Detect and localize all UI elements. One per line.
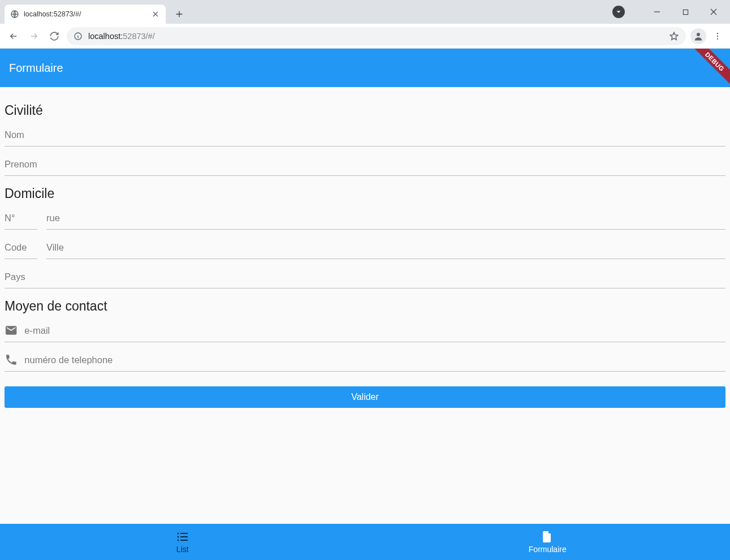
maximize-button[interactable]	[672, 3, 698, 20]
field-code[interactable]	[5, 235, 37, 259]
reload-button[interactable]	[46, 28, 62, 44]
arrow-left-icon	[8, 31, 19, 41]
field-ville[interactable]	[46, 235, 725, 259]
numero-input[interactable]	[5, 208, 37, 227]
section-civilite-title: Civilité	[5, 103, 725, 118]
kebab-icon	[713, 32, 722, 41]
svg-point-9	[177, 540, 179, 541]
close-icon	[710, 8, 717, 15]
app-title: Formulaire	[9, 62, 63, 75]
back-button[interactable]	[6, 28, 21, 44]
email-input[interactable]	[24, 321, 725, 339]
rue-input[interactable]	[46, 208, 725, 227]
chevron-down-icon	[616, 9, 621, 15]
nav-label-list: List	[176, 545, 189, 554]
field-rue[interactable]	[46, 206, 725, 230]
browser-menu-button[interactable]	[711, 29, 724, 43]
mail-icon	[5, 324, 18, 337]
svg-rect-1	[683, 10, 688, 14]
field-email[interactable]	[5, 318, 725, 342]
profile-button[interactable]	[690, 28, 706, 44]
app-viewport: Formulaire DEBUG Civilité Domicile	[0, 49, 730, 560]
url-text: localhost:52873/#/	[88, 32, 663, 41]
nav-item-formulaire[interactable]: Formulaire	[365, 524, 731, 560]
field-prenom[interactable]	[5, 152, 725, 176]
document-icon	[541, 530, 554, 544]
close-icon[interactable]	[151, 10, 160, 19]
arrow-right-icon	[29, 31, 39, 41]
info-icon	[74, 32, 83, 41]
nav-item-list[interactable]: List	[0, 524, 365, 560]
ville-input[interactable]	[46, 238, 725, 256]
forward-button	[26, 28, 42, 44]
prenom-input[interactable]	[5, 154, 725, 173]
reload-icon	[49, 31, 59, 41]
svg-point-7	[177, 533, 179, 535]
field-pays[interactable]	[5, 265, 725, 288]
svg-point-6	[717, 38, 718, 39]
field-numero[interactable]	[5, 206, 37, 230]
svg-rect-10	[180, 533, 188, 534]
nav-label-formulaire: Formulaire	[529, 545, 567, 554]
nom-input[interactable]	[5, 125, 725, 144]
svg-point-5	[717, 35, 718, 36]
field-phone[interactable]	[5, 348, 725, 372]
plus-icon	[175, 10, 184, 19]
code-input[interactable]	[5, 238, 37, 256]
tab-title: localhost:52873/#/	[24, 10, 146, 18]
form-content: Civilité Domicile Moyen de	[0, 87, 730, 524]
svg-point-4	[717, 33, 718, 34]
person-icon	[693, 31, 703, 41]
app-bar: Formulaire DEBUG	[0, 49, 730, 87]
svg-point-8	[177, 536, 179, 538]
section-domicile-title: Domicile	[5, 186, 725, 201]
maximize-icon	[683, 9, 689, 15]
svg-point-3	[697, 33, 700, 36]
close-window-button[interactable]	[701, 3, 727, 20]
browser-toolbar: localhost:52873/#/	[0, 24, 730, 49]
minimize-icon	[654, 8, 660, 15]
debug-banner: DEBUG	[686, 49, 730, 90]
phone-icon	[5, 353, 18, 367]
field-nom[interactable]	[5, 123, 725, 147]
section-contact-title: Moyen de contact	[5, 299, 725, 314]
address-bar[interactable]: localhost:52873/#/	[67, 27, 686, 45]
bookmark-star-icon[interactable]	[669, 31, 679, 41]
tab-strip: localhost:52873/#/	[0, 0, 730, 24]
extension-icon[interactable]	[612, 6, 625, 18]
submit-button[interactable]: Valider	[5, 386, 725, 408]
bottom-nav: List Formulaire	[0, 524, 730, 560]
svg-rect-12	[180, 540, 188, 541]
new-tab-button[interactable]	[171, 6, 187, 22]
browser-chrome: localhost:52873/#/ localhost:52873/#/	[0, 0, 730, 49]
svg-rect-11	[180, 536, 188, 537]
globe-icon	[10, 10, 19, 19]
list-icon	[176, 530, 189, 544]
window-controls	[612, 0, 727, 24]
phone-input[interactable]	[24, 350, 725, 369]
browser-tab[interactable]: localhost:52873/#/	[5, 5, 166, 24]
minimize-button[interactable]	[644, 3, 670, 20]
pays-input[interactable]	[5, 267, 725, 286]
